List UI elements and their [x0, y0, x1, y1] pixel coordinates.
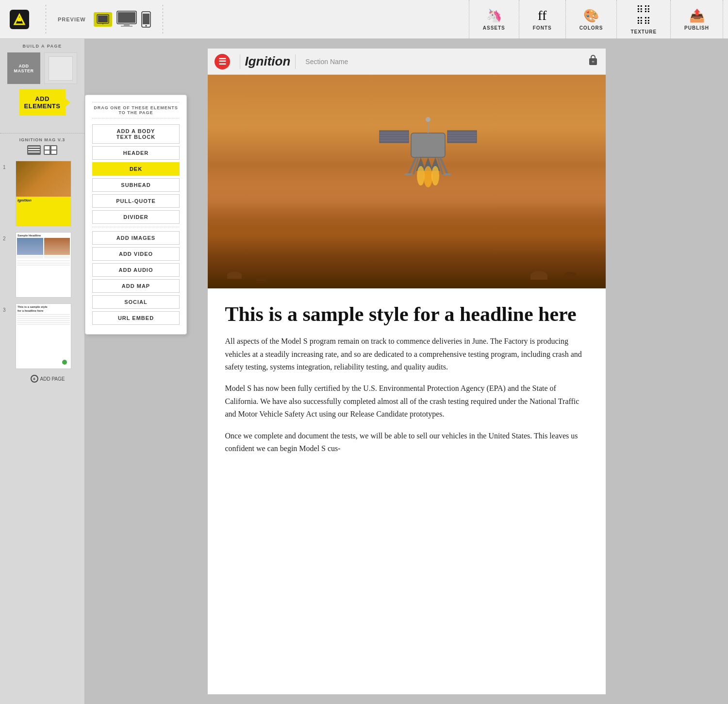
app-logo[interactable]: [5, 5, 34, 34]
share-button[interactable]: [587, 54, 599, 68]
article-body: This is a sample style for a headline he…: [208, 288, 606, 478]
thumb2-line2: [17, 257, 43, 258]
svg-point-40: [426, 117, 430, 122]
svg-rect-34: [405, 173, 413, 175]
thumb1-text-area: Ignition: [16, 197, 71, 226]
thumb3-line3: [17, 318, 70, 319]
colors-button[interactable]: 🎨 COLORS: [565, 0, 617, 39]
fonts-icon: ff: [538, 8, 546, 23]
svg-rect-7: [124, 24, 130, 26]
article-paragraph-2: Model S has now been fully certified by …: [225, 382, 588, 420]
add-master-button[interactable]: ADDMASTER: [7, 52, 40, 84]
add-elements-arrow: [66, 99, 70, 106]
texture-icon: ⠿⠿⠿⠿: [636, 4, 651, 27]
add-url-embed-button[interactable]: URL EMBED: [92, 311, 180, 325]
assets-button[interactable]: 🦄 ASSETS: [469, 0, 519, 39]
thumb3-line2: [17, 316, 70, 317]
page-thumb-3[interactable]: This is a sample stylefor a headline her…: [16, 303, 71, 369]
add-map-button[interactable]: ADD MAP: [92, 279, 180, 293]
thumb1-title: Ignition: [17, 198, 69, 202]
page-canvas: ☰ Ignition Section Name: [208, 49, 606, 694]
thumb3-line6: [17, 324, 70, 325]
add-images-button[interactable]: ADD IMAGES: [92, 231, 180, 245]
svg-rect-35: [444, 173, 451, 175]
preview-mobile-icon[interactable]: [141, 11, 151, 28]
texture-button[interactable]: ⠿⠿⠿⠿ TEXTURE: [616, 0, 670, 39]
share-icon: [587, 54, 599, 66]
colors-label: COLORS: [579, 25, 603, 31]
svg-rect-1: [17, 17, 21, 21]
add-dek-button[interactable]: DEK: [92, 162, 180, 176]
svg-rect-14: [28, 151, 40, 152]
lander-svg: [375, 104, 481, 201]
page-num-3: 3: [3, 307, 6, 313]
fonts-button[interactable]: ff FONTS: [519, 0, 565, 39]
article-headline: This is a sample style for a headline he…: [225, 303, 588, 325]
page-header-icon: ☰: [215, 54, 230, 69]
add-header-button[interactable]: HEADER: [92, 146, 180, 160]
preview-desktop-icon[interactable]: [116, 10, 137, 29]
svg-rect-25: [447, 131, 477, 143]
add-video-button[interactable]: ADD VIDEO: [92, 247, 180, 261]
add-social-button[interactable]: SOCIAL: [92, 295, 180, 309]
thumb3-line5: [17, 322, 70, 323]
thumb3-indicator: [62, 360, 67, 365]
add-divider-button[interactable]: DIVIDER: [92, 210, 180, 224]
tablet-svg: [97, 14, 109, 25]
list-view-icon-1[interactable]: [27, 145, 41, 155]
add-subhead-button[interactable]: SUBHEAD: [92, 178, 180, 192]
svg-point-11: [145, 25, 147, 26]
toolbar-separator-2: [161, 5, 165, 34]
page-1-container: 1 Ignition: [0, 159, 84, 228]
thumb3-line4: [17, 320, 70, 321]
master-thumb-inner: [49, 56, 73, 81]
texture-label: TEXTURE: [630, 29, 657, 34]
page-2-container: 2 Sample Headline: [0, 230, 84, 300]
list-view-icon-2[interactable]: [44, 145, 57, 155]
thumb2-img2: [44, 238, 70, 255]
page-thumb-1[interactable]: Ignition: [16, 161, 71, 226]
page-header-bar: ☰ Ignition Section Name: [208, 49, 606, 75]
elements-panel-title: DRAG ONE OF THESE ELEMENTS TO THE PAGE: [92, 102, 180, 118]
thumb2-divider: [17, 260, 70, 261]
desktop-svg: [116, 10, 137, 29]
master-thumbnail: [44, 52, 77, 84]
thumb2-line5: [17, 263, 70, 264]
rock-2: [256, 276, 266, 281]
main-layout: BUILD A PAGE ADDMASTER ADDELEMENTS IGNIT…: [0, 39, 728, 704]
add-body-text-button[interactable]: ADD A BODYTEXT BLOCK: [92, 124, 180, 144]
rock-4: [564, 272, 577, 278]
thumb3-headline: This is a sample stylefor a headline her…: [17, 305, 69, 313]
publish-label: PUBLISH: [684, 25, 709, 31]
add-elements-label: ADDELEMENTS: [24, 95, 61, 110]
add-page-button[interactable]: + ADD PAGE: [31, 375, 65, 383]
publish-button[interactable]: 📤 PUBLISH: [670, 0, 723, 39]
thumb2-headline: Sample Headline: [17, 234, 69, 237]
page-thumb-2[interactable]: Sample Headline: [16, 232, 71, 298]
preview-tablet-icon[interactable]: [94, 12, 112, 27]
svg-point-37: [424, 166, 432, 187]
mars-lander: [375, 104, 481, 203]
svg-rect-10: [143, 14, 149, 24]
media-section: ADD IMAGES ADD VIDEO ADD AUDIO ADD MAP S…: [92, 227, 180, 325]
svg-rect-6: [118, 12, 135, 23]
mobile-svg: [141, 11, 151, 28]
add-page-label: ADD PAGE: [40, 376, 65, 382]
add-pull-quote-button[interactable]: PULL-QUOTE: [92, 194, 180, 208]
preview-section: PREVIEW: [48, 10, 161, 29]
rock-3: [530, 271, 547, 280]
sidebar-list-view-icons: [27, 145, 57, 155]
svg-point-36: [417, 166, 425, 185]
thumb2-col1: [17, 238, 43, 259]
page-num-1: 1: [3, 165, 6, 170]
add-audio-button[interactable]: ADD AUDIO: [92, 263, 180, 277]
preview-label: PREVIEW: [58, 17, 86, 22]
article-paragraph-3: Once we complete and document the tests,…: [225, 430, 588, 455]
svg-rect-3: [98, 16, 108, 22]
assets-label: ASSETS: [483, 25, 505, 31]
build-page-label: BUILD A PAGE: [22, 44, 62, 49]
sidebar-separator: [0, 133, 84, 134]
add-elements-button[interactable]: ADDELEMENTS: [19, 89, 66, 116]
thumb2-line4: [44, 257, 70, 258]
thumb2-line6: [17, 265, 70, 266]
